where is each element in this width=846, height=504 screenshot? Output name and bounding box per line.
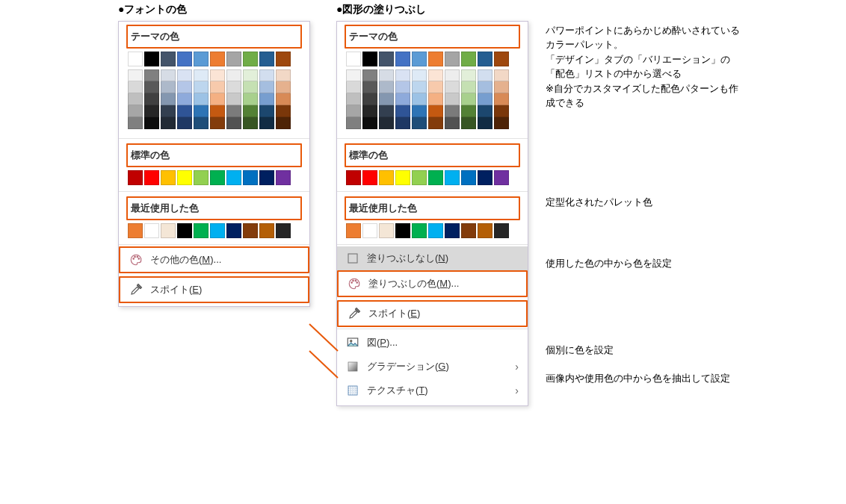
- color-swatch[interactable]: [346, 117, 361, 129]
- texture-fill-item[interactable]: テクスチャ(T) ›: [337, 379, 528, 402]
- color-swatch[interactable]: [346, 170, 361, 185]
- theme-color-row[interactable]: [126, 52, 302, 66]
- theme-color-row[interactable]: [345, 52, 520, 66]
- more-colors-item[interactable]: その他の色(M)...: [119, 246, 309, 273]
- color-swatch[interactable]: [478, 105, 493, 117]
- color-swatch[interactable]: [144, 223, 159, 238]
- color-swatch[interactable]: [194, 81, 209, 93]
- color-swatch[interactable]: [461, 81, 476, 93]
- color-swatch[interactable]: [412, 117, 427, 129]
- recent-color-row[interactable]: [345, 223, 520, 238]
- gradient-fill-item[interactable]: グラデーション(G) ›: [337, 355, 528, 379]
- more-fill-colors-item[interactable]: 塗りつぶしの色(M)...: [337, 270, 528, 297]
- color-swatch[interactable]: [177, 93, 192, 105]
- color-swatch[interactable]: [276, 69, 291, 81]
- color-swatch[interactable]: [226, 105, 241, 117]
- color-swatch[interactable]: [194, 93, 209, 105]
- color-swatch[interactable]: [412, 170, 427, 185]
- color-swatch[interactable]: [362, 223, 377, 238]
- color-swatch[interactable]: [395, 117, 410, 129]
- color-swatch[interactable]: [276, 117, 291, 129]
- color-swatch[interactable]: [210, 105, 225, 117]
- color-swatch[interactable]: [412, 69, 427, 81]
- color-swatch[interactable]: [259, 117, 274, 129]
- color-swatch[interactable]: [362, 93, 377, 105]
- color-swatch[interactable]: [362, 170, 377, 185]
- color-swatch[interactable]: [128, 93, 143, 105]
- color-swatch[interactable]: [226, 52, 241, 66]
- theme-shade-grid[interactable]: [345, 66, 520, 132]
- color-swatch[interactable]: [276, 81, 291, 93]
- color-swatch[interactable]: [428, 170, 443, 185]
- color-swatch[interactable]: [128, 170, 143, 185]
- color-swatch[interactable]: [362, 69, 377, 81]
- picture-fill-item[interactable]: 図(P)...: [337, 331, 528, 355]
- color-swatch[interactable]: [412, 223, 427, 238]
- color-swatch[interactable]: [494, 170, 509, 185]
- color-swatch[interactable]: [346, 69, 361, 81]
- color-swatch[interactable]: [161, 69, 176, 81]
- color-swatch[interactable]: [128, 69, 143, 81]
- color-swatch[interactable]: [346, 81, 361, 93]
- color-swatch[interactable]: [445, 105, 460, 117]
- color-swatch[interactable]: [379, 81, 394, 93]
- color-swatch[interactable]: [478, 81, 493, 93]
- color-swatch[interactable]: [194, 170, 209, 185]
- color-swatch[interactable]: [428, 105, 443, 117]
- color-swatch[interactable]: [379, 223, 394, 238]
- color-swatch[interactable]: [346, 93, 361, 105]
- color-swatch[interactable]: [362, 117, 377, 129]
- color-swatch[interactable]: [395, 170, 410, 185]
- color-swatch[interactable]: [177, 81, 192, 93]
- color-swatch[interactable]: [412, 93, 427, 105]
- color-swatch[interactable]: [161, 170, 176, 185]
- color-swatch[interactable]: [226, 69, 241, 81]
- color-swatch[interactable]: [243, 52, 258, 66]
- color-swatch[interactable]: [362, 81, 377, 93]
- color-swatch[interactable]: [210, 117, 225, 129]
- color-swatch[interactable]: [161, 117, 176, 129]
- color-swatch[interactable]: [461, 170, 476, 185]
- color-swatch[interactable]: [276, 93, 291, 105]
- color-swatch[interactable]: [128, 117, 143, 129]
- color-swatch[interactable]: [144, 81, 159, 93]
- color-swatch[interactable]: [461, 105, 476, 117]
- color-swatch[interactable]: [478, 93, 493, 105]
- color-swatch[interactable]: [161, 81, 176, 93]
- color-swatch[interactable]: [428, 117, 443, 129]
- color-swatch[interactable]: [161, 52, 176, 66]
- color-swatch[interactable]: [494, 52, 509, 66]
- color-swatch[interactable]: [461, 69, 476, 81]
- color-swatch[interactable]: [177, 69, 192, 81]
- color-swatch[interactable]: [379, 117, 394, 129]
- color-swatch[interactable]: [128, 105, 143, 117]
- color-swatch[interactable]: [210, 93, 225, 105]
- color-swatch[interactable]: [395, 223, 410, 238]
- color-swatch[interactable]: [276, 170, 291, 185]
- color-swatch[interactable]: [346, 105, 361, 117]
- color-swatch[interactable]: [177, 170, 192, 185]
- color-swatch[interactable]: [494, 69, 509, 81]
- color-swatch[interactable]: [428, 52, 443, 66]
- color-swatch[interactable]: [395, 105, 410, 117]
- color-swatch[interactable]: [177, 223, 192, 238]
- color-swatch[interactable]: [494, 223, 509, 238]
- color-swatch[interactable]: [395, 52, 410, 66]
- color-swatch[interactable]: [177, 117, 192, 129]
- color-swatch[interactable]: [161, 223, 176, 238]
- color-swatch[interactable]: [194, 117, 209, 129]
- color-swatch[interactable]: [226, 81, 241, 93]
- color-swatch[interactable]: [177, 105, 192, 117]
- color-swatch[interactable]: [226, 117, 241, 129]
- color-swatch[interactable]: [226, 93, 241, 105]
- recent-color-row[interactable]: [126, 223, 302, 238]
- color-swatch[interactable]: [395, 81, 410, 93]
- color-swatch[interactable]: [210, 170, 225, 185]
- color-swatch[interactable]: [395, 69, 410, 81]
- color-swatch[interactable]: [445, 170, 460, 185]
- color-swatch[interactable]: [161, 105, 176, 117]
- color-swatch[interactable]: [428, 69, 443, 81]
- color-swatch[interactable]: [445, 93, 460, 105]
- color-swatch[interactable]: [461, 93, 476, 105]
- color-swatch[interactable]: [144, 52, 159, 66]
